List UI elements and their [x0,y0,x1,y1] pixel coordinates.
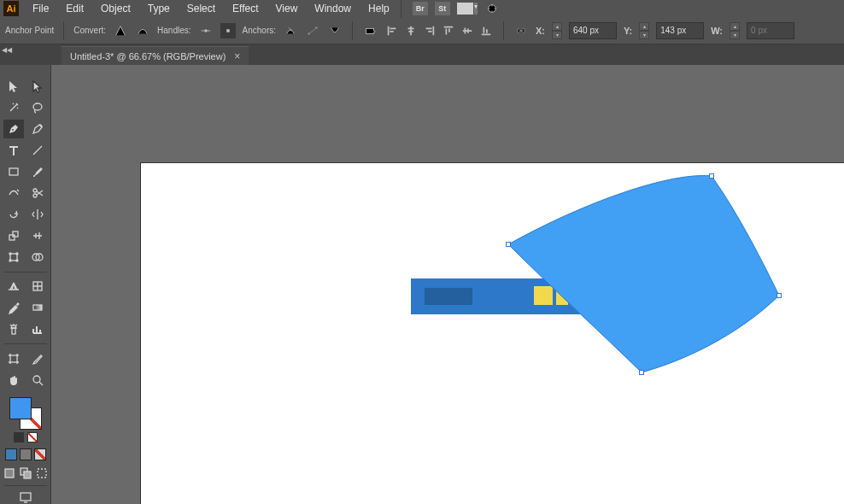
hide-handles-icon[interactable] [220,23,236,38]
zoom-tool[interactable] [27,371,48,390]
column-graph-tool[interactable] [27,319,48,338]
rectangle-tool[interactable] [3,162,24,181]
menu-effect[interactable]: Effect [224,0,267,17]
default-fill-stroke-icon[interactable] [14,432,24,442]
y-input[interactable]: 143 px [656,22,704,39]
menu-view[interactable]: View [267,0,307,17]
menu-window[interactable]: Window [306,0,360,17]
selection-handle[interactable] [506,242,511,247]
width-tool[interactable] [27,226,48,245]
selection-handle[interactable] [709,173,714,179]
svg-point-7 [12,129,14,131]
w-input[interactable]: 0 px [747,22,794,39]
menu-file[interactable]: File [24,0,57,17]
draw-normal-icon[interactable] [3,466,16,480]
svg-point-24 [33,376,40,383]
lasso-tool[interactable] [27,98,48,117]
align-top-icon[interactable] [441,23,456,38]
rotate-tool[interactable] [3,205,24,224]
reflect-tool[interactable] [27,205,48,224]
x-stepper[interactable]: ▴▾ [552,22,562,39]
gradient-tool[interactable] [27,298,48,317]
artwork [141,163,844,504]
mesh-tool[interactable] [27,277,48,296]
color-mode[interactable] [5,448,17,460]
perspective-grid-tool[interactable] [3,277,24,296]
draw-inside-icon[interactable] [35,466,49,480]
convert-smooth-icon[interactable] [135,23,150,38]
hand-tool[interactable] [3,371,24,390]
align-right-icon[interactable] [422,23,437,38]
artboard-tool[interactable] [3,349,24,368]
canvas[interactable] [51,65,844,504]
connect-points-icon[interactable] [305,23,320,38]
isolate-icon[interactable] [362,23,378,38]
show-handles-icon[interactable] [198,23,214,38]
remove-anchor-icon[interactable] [283,23,298,38]
svg-rect-8 [9,168,18,175]
w-stepper[interactable]: ▴▾ [730,22,740,39]
type-tool[interactable] [3,141,24,160]
magic-wand-tool[interactable] [3,98,24,117]
anchors-label: Anchors: [243,26,276,35]
menu-select[interactable]: Select [179,0,224,17]
arrange-documents-icon[interactable]: ▾ [457,3,478,15]
paintbrush-tool[interactable] [27,162,48,181]
menu-object[interactable]: Object [92,0,139,17]
menu-help[interactable]: Help [360,0,398,17]
fill-stroke-swatches[interactable] [9,397,42,442]
line-segment-tool[interactable] [27,141,48,160]
selection-tool[interactable] [3,77,24,96]
fill-swatch[interactable] [9,397,32,419]
document-tab[interactable]: Untitled-3* @ 66.67% (RGB/Preview) × [62,46,249,65]
scissors-tool[interactable] [27,184,48,202]
cut-path-icon[interactable] [327,23,343,38]
menu-bar: Ai File Edit Object Type Select Effect V… [0,0,844,17]
menubar-shortcut-icons: Br St ▾ [413,1,500,16]
y-label: Y: [624,26,632,36]
align-vcenter-icon[interactable] [460,23,475,38]
selection-handle[interactable] [639,370,644,375]
gradient-mode[interactable] [20,448,32,460]
align-left-icon[interactable] [384,23,400,38]
selection-mode-label: Anchor Point [5,26,54,35]
symbol-sprayer-tool[interactable] [3,319,24,338]
svg-rect-21 [33,305,42,310]
pen-tool[interactable] [3,120,24,138]
svg-rect-25 [5,469,14,478]
collapse-panels-icon[interactable]: ◀◀ [0,46,14,54]
stock-icon[interactable]: St [435,2,450,15]
convert-label: Convert: [73,26,106,35]
link-icon[interactable] [513,23,529,38]
draw-mode-row [3,466,49,480]
x-input[interactable]: 640 px [569,22,617,39]
curvature-tool[interactable] [27,120,48,138]
gpu-performance-icon[interactable] [484,1,500,16]
align-hcenter-icon[interactable] [403,23,419,38]
y-stepper[interactable]: ▴▾ [639,22,649,39]
swap-fill-stroke-icon[interactable] [27,432,38,442]
svg-point-4 [315,26,318,29]
menu-type[interactable]: Type [139,0,179,17]
artboard[interactable] [141,163,844,504]
svg-rect-23 [10,355,17,362]
align-buttons [384,23,494,38]
bridge-icon[interactable]: Br [413,2,428,15]
screen-mode-icon[interactable] [15,490,36,504]
shape-warped[interactable] [508,176,779,372]
none-mode[interactable] [34,448,46,460]
shape-builder-tool[interactable] [27,248,48,267]
slice-tool[interactable] [27,349,48,368]
shaper-tool[interactable] [3,184,24,202]
eyedropper-tool[interactable] [3,298,24,317]
scale-tool[interactable] [3,226,24,245]
draw-behind-icon[interactable] [19,466,32,480]
menu-edit[interactable]: Edit [57,0,92,17]
convert-corner-icon[interactable] [113,23,128,38]
selection-handle[interactable] [777,293,782,298]
align-bottom-icon[interactable] [478,23,494,38]
close-tab-button[interactable]: × [234,50,240,62]
direct-selection-tool[interactable] [27,77,48,96]
svg-rect-5 [366,28,374,33]
free-transform-tool[interactable] [3,248,24,267]
